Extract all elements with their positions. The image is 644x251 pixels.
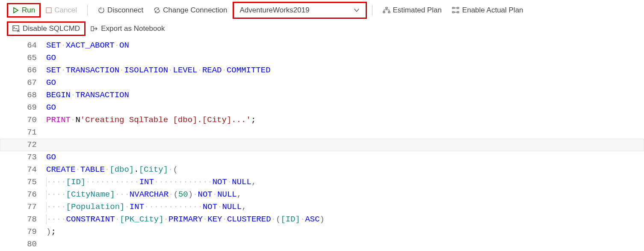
code-content[interactable]: GO	[46, 52, 644, 64]
code-content[interactable]: BEGIN·TRANSACTION	[46, 89, 644, 102]
svg-rect-8	[457, 12, 459, 13]
refresh-icon	[154, 7, 160, 14]
line-number: 70	[0, 114, 46, 126]
disconnect-button[interactable]: Disconnect	[93, 3, 148, 18]
play-icon	[12, 7, 19, 14]
stop-icon	[46, 7, 52, 13]
toolbar-row-2: Disable SQLCMD Export as Notebook	[0, 21, 644, 39]
disable-sqlcmd-button[interactable]: Disable SQLCMD	[7, 21, 86, 36]
code-line[interactable]: 64SET·XACT_ABORT·ON	[0, 39, 644, 52]
code-content[interactable]: ····CONSTRAINT·[PK_City]·PRIMARY·KEY·CLU…	[46, 213, 644, 226]
svg-rect-3	[383, 12, 385, 13]
line-number: 68	[0, 89, 46, 102]
line-number: 69	[0, 102, 46, 114]
svg-rect-2	[386, 7, 387, 9]
line-number: 76	[0, 188, 46, 201]
code-line[interactable]: 74CREATE·TABLE·[dbo].[City]·(	[0, 164, 644, 176]
plan-toggle-icon	[452, 7, 460, 14]
line-number: 67	[0, 77, 46, 89]
code-content[interactable]: SET·XACT_ABORT·ON	[46, 39, 644, 52]
export-notebook-label: Export as Notebook	[101, 24, 165, 33]
disable-sqlcmd-label: Disable SQLCMD	[23, 24, 80, 33]
code-content[interactable]: GO	[46, 102, 644, 114]
plan-icon	[383, 7, 390, 14]
code-content[interactable]: );	[46, 226, 644, 238]
sql-editor[interactable]: 64SET·XACT_ABORT·ON65GO66SET·TRANSACTION…	[0, 39, 644, 251]
code-content[interactable]: GO	[46, 77, 644, 89]
export-notebook-button[interactable]: Export as Notebook	[86, 21, 170, 36]
actual-plan-label: Enable Actual Plan	[462, 6, 523, 15]
code-line[interactable]: 70PRINT·N'Creating SqlTable [dbo].[City]…	[0, 114, 644, 126]
run-button[interactable]: Run	[7, 3, 41, 18]
database-selector[interactable]: AdventureWorks2019	[233, 2, 367, 19]
code-content[interactable]: ····[ID]···········INT············NOT·NU…	[46, 176, 644, 188]
code-line[interactable]: 78····CONSTRAINT·[PK_City]·PRIMARY·KEY·C…	[0, 213, 644, 226]
code-line[interactable]: 80	[0, 238, 644, 251]
sqlcmd-icon	[12, 25, 20, 32]
cancel-label: Cancel	[54, 6, 77, 15]
code-line[interactable]: 73GO	[0, 151, 644, 164]
svg-rect-6	[457, 7, 459, 9]
export-icon	[91, 26, 98, 32]
code-line[interactable]: 79);	[0, 226, 644, 238]
line-number: 64	[0, 39, 46, 52]
code-line[interactable]: 65GO	[0, 52, 644, 64]
line-number: 80	[0, 238, 46, 251]
line-number: 72	[0, 139, 46, 151]
toolbar-separator	[87, 5, 88, 16]
code-line[interactable]: 76····[CityName]···NVARCHAR·(50)·NOT·NUL…	[0, 188, 644, 201]
database-name: AdventureWorks2019	[240, 6, 310, 15]
line-number: 74	[0, 164, 46, 176]
svg-marker-0	[14, 8, 18, 13]
code-line[interactable]: 66SET·TRANSACTION·ISOLATION·LEVEL·READ·C…	[0, 64, 644, 77]
chevron-down-icon	[354, 7, 360, 13]
line-number: 75	[0, 176, 46, 188]
svg-rect-5	[452, 7, 454, 9]
code-content[interactable]: ····[Population]·INT············NOT·NULL…	[46, 201, 644, 213]
toolbar: Run Cancel Disconnect Change Connection …	[0, 0, 644, 21]
change-connection-button[interactable]: Change Connection	[148, 3, 232, 18]
code-content[interactable]: CREATE·TABLE·[dbo].[City]·(	[46, 164, 644, 176]
actual-plan-button[interactable]: Enable Actual Plan	[447, 3, 529, 18]
code-content[interactable]: SET·TRANSACTION·ISOLATION·LEVEL·READ·COM…	[46, 64, 644, 77]
code-content[interactable]: ····[CityName]···NVARCHAR·(50)·NOT·NULL,	[46, 188, 644, 201]
code-line[interactable]: 69GO	[0, 102, 644, 114]
code-content[interactable]: GO	[46, 151, 644, 164]
line-number: 79	[0, 226, 46, 238]
line-number: 77	[0, 201, 46, 213]
code-line[interactable]: 68BEGIN·TRANSACTION	[0, 89, 644, 102]
code-line[interactable]: 72	[0, 139, 644, 151]
code-content[interactable]: PRINT·N'Creating SqlTable [dbo].[City]..…	[46, 114, 644, 126]
line-number: 78	[0, 213, 46, 226]
svg-rect-10	[91, 27, 94, 31]
disconnect-label: Disconnect	[107, 6, 143, 15]
svg-rect-1	[46, 8, 51, 13]
line-number: 73	[0, 151, 46, 164]
svg-rect-4	[388, 12, 390, 13]
estimated-plan-button[interactable]: Estimated Plan	[378, 3, 447, 18]
line-number: 71	[0, 126, 46, 139]
code-line[interactable]: 71	[0, 126, 644, 139]
run-label: Run	[22, 6, 35, 15]
line-number: 65	[0, 52, 46, 64]
code-line[interactable]: 77····[Population]·INT············NOT·NU…	[0, 201, 644, 213]
disconnect-icon	[98, 6, 105, 14]
cancel-button: Cancel	[41, 3, 82, 18]
code-line[interactable]: 75····[ID]···········INT············NOT·…	[0, 176, 644, 188]
toolbar-separator	[372, 5, 372, 16]
change-connection-label: Change Connection	[163, 6, 227, 15]
code-line[interactable]: 67GO	[0, 77, 644, 89]
svg-rect-7	[452, 12, 454, 13]
estimated-plan-label: Estimated Plan	[393, 6, 442, 15]
line-number: 66	[0, 64, 46, 77]
